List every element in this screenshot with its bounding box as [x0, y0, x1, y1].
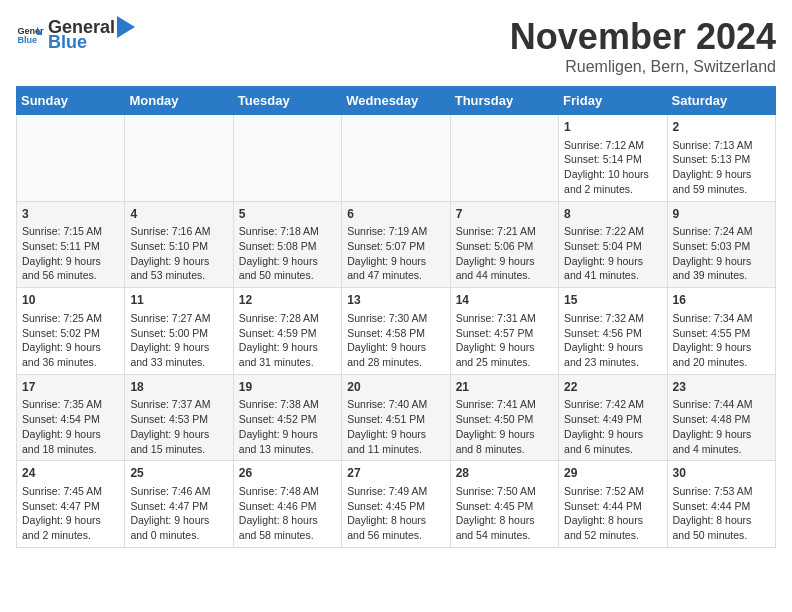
calendar-cell: 24Sunrise: 7:45 AMSunset: 4:47 PMDayligh…: [17, 461, 125, 548]
cell-content-line: Sunset: 4:44 PM: [564, 499, 661, 514]
calendar-cell: 1Sunrise: 7:12 AMSunset: 5:14 PMDaylight…: [559, 115, 667, 202]
weekday-header-monday: Monday: [125, 87, 233, 115]
calendar-cell: 10Sunrise: 7:25 AMSunset: 5:02 PMDayligh…: [17, 288, 125, 375]
calendar-cell: 27Sunrise: 7:49 AMSunset: 4:45 PMDayligh…: [342, 461, 450, 548]
day-number: 2: [673, 119, 770, 136]
cell-content-line: and 41 minutes.: [564, 268, 661, 283]
calendar-cell: 26Sunrise: 7:48 AMSunset: 4:46 PMDayligh…: [233, 461, 341, 548]
cell-content-line: Daylight: 9 hours: [239, 340, 336, 355]
cell-content-line: Daylight: 9 hours: [347, 254, 444, 269]
logo: General Blue General Blue: [16, 16, 135, 53]
cell-content-line: Sunset: 4:53 PM: [130, 412, 227, 427]
day-number: 25: [130, 465, 227, 482]
cell-content-line: Daylight: 9 hours: [673, 427, 770, 442]
cell-content-line: Sunset: 5:11 PM: [22, 239, 119, 254]
cell-content-line: Sunrise: 7:37 AM: [130, 397, 227, 412]
cell-content-line: Sunrise: 7:18 AM: [239, 224, 336, 239]
cell-content-line: Sunset: 5:06 PM: [456, 239, 553, 254]
svg-text:Blue: Blue: [17, 35, 37, 45]
cell-content-line: Sunrise: 7:46 AM: [130, 484, 227, 499]
calendar-cell: 22Sunrise: 7:42 AMSunset: 4:49 PMDayligh…: [559, 374, 667, 461]
day-number: 10: [22, 292, 119, 309]
cell-content-line: Sunrise: 7:31 AM: [456, 311, 553, 326]
cell-content-line: Daylight: 9 hours: [130, 340, 227, 355]
cell-content-line: Sunset: 4:52 PM: [239, 412, 336, 427]
cell-content-line: Daylight: 9 hours: [239, 427, 336, 442]
calendar-cell: 11Sunrise: 7:27 AMSunset: 5:00 PMDayligh…: [125, 288, 233, 375]
day-number: 7: [456, 206, 553, 223]
cell-content-line: and 47 minutes.: [347, 268, 444, 283]
cell-content-line: Sunrise: 7:34 AM: [673, 311, 770, 326]
day-number: 30: [673, 465, 770, 482]
day-number: 1: [564, 119, 661, 136]
calendar-week-row: 17Sunrise: 7:35 AMSunset: 4:54 PMDayligh…: [17, 374, 776, 461]
day-number: 23: [673, 379, 770, 396]
cell-content-line: and 56 minutes.: [347, 528, 444, 543]
calendar-cell: 23Sunrise: 7:44 AMSunset: 4:48 PMDayligh…: [667, 374, 775, 461]
cell-content-line: Sunset: 5:13 PM: [673, 152, 770, 167]
calendar-cell: 3Sunrise: 7:15 AMSunset: 5:11 PMDaylight…: [17, 201, 125, 288]
calendar-week-row: 3Sunrise: 7:15 AMSunset: 5:11 PMDaylight…: [17, 201, 776, 288]
cell-content-line: Sunrise: 7:25 AM: [22, 311, 119, 326]
cell-content-line: Sunrise: 7:27 AM: [130, 311, 227, 326]
cell-content-line: Daylight: 9 hours: [22, 513, 119, 528]
cell-content-line: Daylight: 9 hours: [22, 254, 119, 269]
cell-content-line: Sunset: 5:00 PM: [130, 326, 227, 341]
cell-content-line: Sunset: 4:48 PM: [673, 412, 770, 427]
day-number: 20: [347, 379, 444, 396]
cell-content-line: Daylight: 9 hours: [22, 340, 119, 355]
cell-content-line: Sunset: 5:07 PM: [347, 239, 444, 254]
cell-content-line: Daylight: 9 hours: [673, 340, 770, 355]
day-number: 16: [673, 292, 770, 309]
calendar-cell: 19Sunrise: 7:38 AMSunset: 4:52 PMDayligh…: [233, 374, 341, 461]
cell-content-line: Sunset: 4:55 PM: [673, 326, 770, 341]
calendar-cell: 12Sunrise: 7:28 AMSunset: 4:59 PMDayligh…: [233, 288, 341, 375]
cell-content-line: and 8 minutes.: [456, 442, 553, 457]
cell-content-line: Sunrise: 7:44 AM: [673, 397, 770, 412]
cell-content-line: Daylight: 9 hours: [347, 340, 444, 355]
cell-content-line: Sunset: 4:59 PM: [239, 326, 336, 341]
cell-content-line: Daylight: 9 hours: [673, 167, 770, 182]
cell-content-line: Daylight: 9 hours: [347, 427, 444, 442]
cell-content-line: Sunset: 4:56 PM: [564, 326, 661, 341]
cell-content-line: Sunrise: 7:38 AM: [239, 397, 336, 412]
cell-content-line: Sunset: 5:14 PM: [564, 152, 661, 167]
day-number: 9: [673, 206, 770, 223]
day-number: 29: [564, 465, 661, 482]
cell-content-line: Sunrise: 7:19 AM: [347, 224, 444, 239]
cell-content-line: Sunrise: 7:16 AM: [130, 224, 227, 239]
cell-content-line: Daylight: 9 hours: [564, 340, 661, 355]
calendar-cell: 20Sunrise: 7:40 AMSunset: 4:51 PMDayligh…: [342, 374, 450, 461]
cell-content-line: Sunset: 5:02 PM: [22, 326, 119, 341]
calendar-cell: 14Sunrise: 7:31 AMSunset: 4:57 PMDayligh…: [450, 288, 558, 375]
cell-content-line: and 28 minutes.: [347, 355, 444, 370]
calendar-cell: 13Sunrise: 7:30 AMSunset: 4:58 PMDayligh…: [342, 288, 450, 375]
cell-content-line: and 13 minutes.: [239, 442, 336, 457]
cell-content-line: Sunrise: 7:35 AM: [22, 397, 119, 412]
cell-content-line: Sunrise: 7:12 AM: [564, 138, 661, 153]
day-number: 28: [456, 465, 553, 482]
calendar-week-row: 24Sunrise: 7:45 AMSunset: 4:47 PMDayligh…: [17, 461, 776, 548]
cell-content-line: and 36 minutes.: [22, 355, 119, 370]
cell-content-line: and 4 minutes.: [673, 442, 770, 457]
cell-content-line: Sunset: 4:50 PM: [456, 412, 553, 427]
cell-content-line: Sunset: 4:58 PM: [347, 326, 444, 341]
cell-content-line: and 44 minutes.: [456, 268, 553, 283]
cell-content-line: Sunset: 4:47 PM: [22, 499, 119, 514]
day-number: 22: [564, 379, 661, 396]
cell-content-line: Sunset: 5:03 PM: [673, 239, 770, 254]
cell-content-line: Sunrise: 7:48 AM: [239, 484, 336, 499]
cell-content-line: Daylight: 9 hours: [564, 427, 661, 442]
cell-content-line: Sunset: 4:46 PM: [239, 499, 336, 514]
cell-content-line: Daylight: 8 hours: [347, 513, 444, 528]
cell-content-line: Daylight: 9 hours: [130, 427, 227, 442]
day-number: 5: [239, 206, 336, 223]
day-number: 19: [239, 379, 336, 396]
cell-content-line: Sunrise: 7:32 AM: [564, 311, 661, 326]
cell-content-line: Sunset: 5:08 PM: [239, 239, 336, 254]
calendar-cell: 6Sunrise: 7:19 AMSunset: 5:07 PMDaylight…: [342, 201, 450, 288]
cell-content-line: Sunrise: 7:30 AM: [347, 311, 444, 326]
weekday-header-sunday: Sunday: [17, 87, 125, 115]
weekday-header-wednesday: Wednesday: [342, 87, 450, 115]
calendar-cell: 8Sunrise: 7:22 AMSunset: 5:04 PMDaylight…: [559, 201, 667, 288]
